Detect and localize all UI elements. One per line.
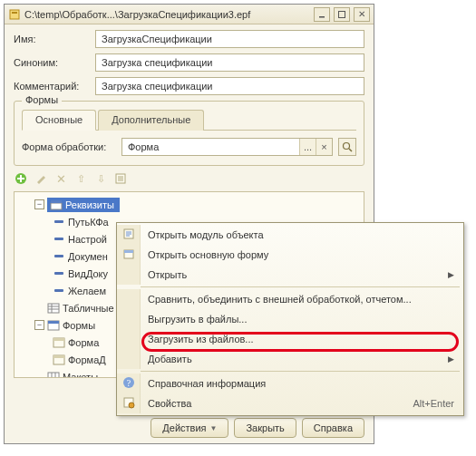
tab-additional[interactable]: Дополнительные bbox=[98, 110, 204, 131]
svg-rect-15 bbox=[48, 304, 59, 313]
tree-label: ВидДоку bbox=[68, 268, 108, 279]
svg-rect-20 bbox=[48, 321, 59, 324]
tree-label: Табличные ч bbox=[63, 303, 121, 314]
svg-rect-25 bbox=[48, 373, 59, 379]
magnifier-button[interactable] bbox=[338, 138, 356, 156]
menu-separator bbox=[141, 286, 460, 287]
svg-line-5 bbox=[349, 149, 352, 151]
menu-separator bbox=[141, 371, 460, 372]
svg-rect-14 bbox=[51, 200, 62, 203]
close-button[interactable]: ✕ bbox=[354, 7, 370, 22]
form-open-icon bbox=[122, 247, 135, 262]
comment-input[interactable] bbox=[95, 77, 364, 95]
close-window-button[interactable]: Закрыть bbox=[234, 418, 296, 438]
titlebar: C:\temp\Обработк...\ЗагрузкаСпецификации… bbox=[5, 5, 374, 24]
menu-item[interactable]: Сравнить, объединить с внешней обработко… bbox=[117, 289, 463, 309]
menu-shortcut: Alt+Enter bbox=[413, 398, 454, 409]
forms-fieldset: Формы Основные Дополнительные Форма обра… bbox=[14, 101, 364, 166]
minimize-button[interactable] bbox=[314, 7, 330, 22]
submenu-arrow-icon: ▶ bbox=[448, 354, 454, 364]
expander-icon[interactable]: − bbox=[34, 320, 44, 330]
props-icon bbox=[122, 396, 135, 411]
form-proc-input[interactable] bbox=[122, 140, 299, 154]
context-menu: Открыть модуль объектаОткрыть основную ф… bbox=[116, 222, 464, 416]
help-icon: ? bbox=[122, 376, 135, 391]
menu-item[interactable]: Выгрузить в файлы... bbox=[117, 309, 463, 329]
menu-label: Справочная информация bbox=[148, 378, 454, 389]
tree-label: Реквизиты bbox=[65, 199, 114, 210]
requisites-icon bbox=[50, 199, 63, 211]
form-proc-label: Форма обработки: bbox=[22, 141, 116, 152]
actions-button[interactable]: Действия▼ bbox=[151, 418, 228, 438]
module-icon bbox=[122, 228, 135, 242]
menu-item[interactable]: Открыть основную форму bbox=[117, 245, 463, 265]
svg-rect-1 bbox=[12, 12, 17, 14]
menu-item[interactable]: Открыть▶ bbox=[117, 265, 463, 285]
menu-icon-col bbox=[117, 349, 141, 369]
menu-icon-col bbox=[117, 309, 141, 329]
synonym-input[interactable] bbox=[95, 53, 364, 72]
up-icon[interactable]: ⇧ bbox=[73, 171, 88, 186]
menu-item[interactable]: Загрузить из файлов... bbox=[117, 329, 463, 349]
attr-icon bbox=[53, 233, 65, 246]
tree-label: Макеты bbox=[63, 372, 98, 379]
tree-label: Формы bbox=[63, 320, 95, 331]
tab-main[interactable]: Основные bbox=[22, 110, 96, 131]
layouts-icon bbox=[47, 371, 60, 379]
menu-item[interactable]: Открыть модуль объекта bbox=[117, 225, 463, 245]
tree-row[interactable]: −Реквизиты bbox=[15, 196, 364, 213]
menu-item[interactable]: СвойстваAlt+Enter bbox=[117, 393, 463, 413]
down-icon[interactable]: ⇩ bbox=[93, 171, 108, 186]
edit-icon[interactable] bbox=[34, 171, 48, 186]
attr-icon bbox=[53, 267, 65, 280]
tree-label: Форма bbox=[68, 337, 99, 348]
menu-icon-col bbox=[117, 265, 141, 285]
svg-rect-22 bbox=[53, 338, 64, 341]
help-button[interactable]: Справка bbox=[302, 418, 364, 438]
forms-icon bbox=[47, 319, 60, 332]
comment-label: Комментарий: bbox=[14, 81, 90, 92]
tree-label: Настрой bbox=[68, 234, 107, 245]
menu-icon-col bbox=[117, 393, 141, 413]
form-icon bbox=[53, 354, 65, 366]
tree-label: ПутьКФа bbox=[68, 217, 109, 228]
list-icon[interactable] bbox=[113, 171, 128, 186]
form-icon bbox=[53, 336, 65, 349]
tree-label: Желаем bbox=[68, 286, 106, 296]
chevron-down-icon: ▼ bbox=[210, 424, 218, 432]
attr-icon bbox=[53, 250, 65, 263]
menu-icon-col: ? bbox=[117, 374, 141, 393]
form-proc-picker[interactable]: ... × bbox=[121, 138, 333, 156]
expander-icon[interactable]: − bbox=[34, 199, 44, 209]
svg-rect-13 bbox=[51, 203, 62, 209]
submenu-arrow-icon: ▶ bbox=[448, 270, 454, 279]
window-title: C:\temp\Обработк...\ЗагрузкаСпецификации… bbox=[24, 9, 310, 20]
menu-label: Загрузить из файлов... bbox=[148, 334, 454, 344]
menu-label: Открыть bbox=[148, 269, 441, 280]
menu-label: Сравнить, объединить с внешней обработко… bbox=[148, 294, 454, 305]
tables-icon bbox=[47, 302, 60, 315]
svg-rect-0 bbox=[10, 10, 19, 19]
tree-label: ФормаД bbox=[68, 354, 106, 365]
picker-clear-button[interactable]: × bbox=[316, 139, 332, 155]
svg-rect-3 bbox=[339, 11, 345, 17]
picker-dots-button[interactable]: ... bbox=[299, 139, 316, 155]
attr-icon bbox=[53, 285, 65, 297]
menu-icon-col bbox=[117, 245, 141, 265]
maximize-button[interactable] bbox=[334, 7, 350, 22]
name-input[interactable] bbox=[95, 30, 364, 48]
menu-item[interactable]: Добавить▶ bbox=[117, 349, 463, 369]
app-icon bbox=[8, 8, 21, 21]
attr-icon bbox=[53, 216, 65, 228]
svg-rect-8 bbox=[17, 178, 24, 179]
menu-item[interactable]: ?Справочная информация bbox=[117, 374, 463, 393]
delete-icon[interactable]: ✕ bbox=[53, 171, 68, 186]
menu-label: Свойства bbox=[148, 398, 405, 409]
menu-label: Выгрузить в файлы... bbox=[148, 314, 454, 325]
svg-rect-24 bbox=[53, 355, 64, 358]
add-icon[interactable] bbox=[14, 171, 28, 186]
menu-label: Добавить bbox=[148, 354, 441, 364]
forms-legend: Формы bbox=[22, 94, 62, 105]
svg-point-37 bbox=[129, 403, 134, 408]
menu-icon-col bbox=[117, 329, 141, 349]
